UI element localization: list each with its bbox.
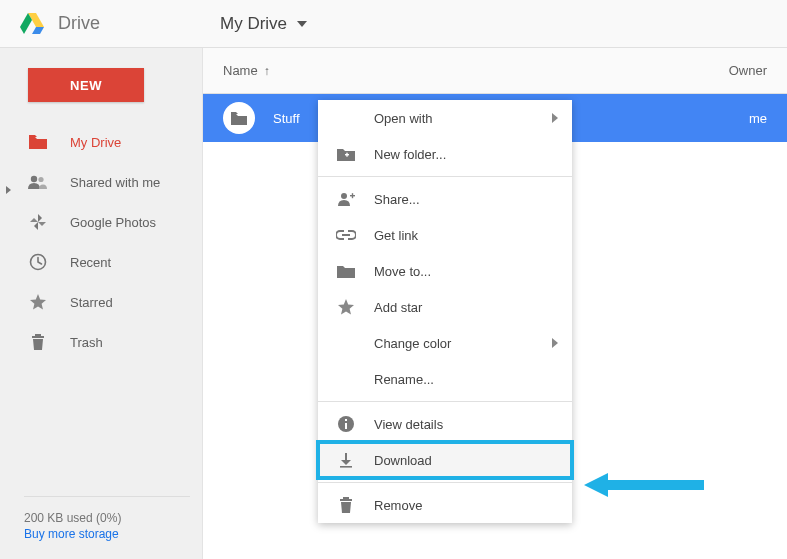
svg-marker-16: [338, 299, 354, 315]
folder-icon: [223, 102, 255, 134]
location-dropdown[interactable]: My Drive: [220, 14, 307, 34]
menu-remove[interactable]: Remove: [318, 487, 572, 523]
svg-point-13: [341, 193, 347, 199]
column-header-name[interactable]: Name ↑: [223, 63, 270, 78]
expand-triangle-icon[interactable]: [6, 186, 11, 194]
svg-rect-12: [346, 153, 347, 157]
folder-icon: [336, 261, 356, 281]
sidebar-item-starred[interactable]: Starred: [0, 282, 202, 322]
download-icon: [336, 450, 356, 470]
svg-rect-8: [32, 336, 44, 338]
column-header-owner[interactable]: Owner: [729, 63, 767, 78]
blank-icon: [336, 369, 356, 389]
chevron-right-icon: [552, 338, 558, 348]
location-label: My Drive: [220, 14, 287, 34]
svg-rect-15: [352, 193, 353, 198]
sidebar-item-shared[interactable]: Shared with me: [0, 162, 202, 202]
svg-rect-23: [340, 466, 352, 468]
trash-icon: [28, 332, 48, 352]
svg-point-4: [31, 176, 37, 182]
sidebar-item-recent[interactable]: Recent: [0, 242, 202, 282]
new-button[interactable]: NEW: [28, 68, 144, 102]
svg-rect-24: [340, 499, 352, 501]
menu-open-with[interactable]: Open with: [318, 100, 572, 136]
chevron-right-icon: [552, 113, 558, 123]
svg-marker-7: [30, 294, 46, 310]
sidebar-item-photos[interactable]: Google Photos: [0, 202, 202, 242]
menu-separator: [318, 401, 572, 402]
sidebar-item-label: Google Photos: [70, 215, 156, 230]
menu-view-details[interactable]: View details: [318, 406, 572, 442]
svg-marker-17: [552, 338, 558, 348]
star-icon: [28, 292, 48, 312]
svg-marker-3: [297, 21, 307, 27]
column-header-row: Name ↑ Owner: [203, 48, 787, 94]
photos-icon: [28, 212, 48, 232]
app-header: Drive My Drive: [0, 0, 787, 48]
svg-rect-19: [345, 423, 347, 429]
trash-icon: [336, 495, 356, 515]
sidebar-item-label: Shared with me: [70, 175, 160, 190]
svg-rect-20: [345, 419, 347, 421]
svg-marker-1: [32, 27, 44, 34]
svg-point-5: [38, 177, 43, 182]
blank-icon: [336, 108, 356, 128]
svg-marker-10: [552, 113, 558, 123]
file-owner: me: [749, 111, 767, 126]
menu-get-link[interactable]: Get link: [318, 217, 572, 253]
new-folder-icon: [336, 144, 356, 164]
svg-rect-9: [35, 334, 41, 336]
storage-used-text: 200 KB used (0%): [24, 511, 202, 525]
sort-asc-icon: ↑: [264, 64, 270, 78]
file-name: Stuff: [273, 111, 300, 126]
sidebar-item-label: Starred: [70, 295, 113, 310]
menu-add-star[interactable]: Add star: [318, 289, 572, 325]
menu-share[interactable]: Share...: [318, 181, 572, 217]
menu-download[interactable]: Download: [318, 442, 572, 478]
menu-change-color[interactable]: Change color: [318, 325, 572, 361]
menu-separator: [318, 482, 572, 483]
svg-marker-22: [341, 460, 351, 465]
clock-icon: [28, 252, 48, 272]
info-icon: [336, 414, 356, 434]
sidebar-item-label: Recent: [70, 255, 111, 270]
menu-separator: [318, 176, 572, 177]
annotation-arrow-icon: [584, 473, 704, 497]
sidebar-item-trash[interactable]: Trash: [0, 322, 202, 362]
menu-new-folder[interactable]: New folder...: [318, 136, 572, 172]
blank-icon: [336, 333, 356, 353]
sidebar-item-label: My Drive: [70, 135, 121, 150]
star-icon: [336, 297, 356, 317]
menu-rename[interactable]: Rename...: [318, 361, 572, 397]
svg-rect-25: [343, 497, 349, 499]
context-menu: Open with New folder... Share... Get lin…: [318, 100, 572, 523]
people-icon: [28, 172, 48, 192]
sidebar-item-label: Trash: [70, 335, 103, 350]
storage-info: 200 KB used (0%) Buy more storage: [0, 496, 202, 559]
sidebar: NEW My Drive Shared with me Go: [0, 48, 203, 559]
app-title: Drive: [58, 13, 100, 34]
svg-marker-26: [584, 473, 704, 497]
chevron-down-icon: [297, 21, 307, 27]
person-add-icon: [336, 189, 356, 209]
sidebar-item-my-drive[interactable]: My Drive: [0, 122, 202, 162]
buy-storage-link[interactable]: Buy more storage: [24, 527, 202, 541]
link-icon: [336, 225, 356, 245]
svg-rect-21: [345, 453, 347, 461]
drive-logo-icon: [20, 13, 44, 35]
folder-icon: [28, 132, 48, 152]
menu-move-to[interactable]: Move to...: [318, 253, 572, 289]
